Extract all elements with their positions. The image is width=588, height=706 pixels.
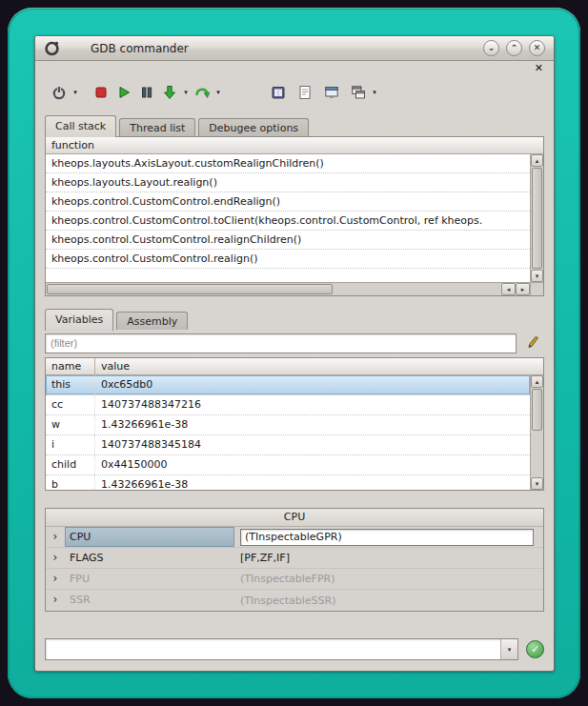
name-column-header[interactable]: name [46, 358, 95, 374]
filter-input[interactable] [45, 333, 517, 353]
variable-row[interactable]: b 1.43266961e-38 [46, 475, 530, 490]
variable-name: this [46, 375, 95, 394]
tab-assembly[interactable]: Assembly [116, 312, 188, 330]
top-tabs: Call stack Thread list Debugee options [35, 114, 554, 136]
call-stack-row[interactable]: kheops.control.CustomControl.toClient(kh… [46, 212, 530, 231]
call-stack-column-header[interactable]: function [46, 137, 543, 154]
variables-vertical-scrollbar[interactable]: ▴ ▾ [530, 375, 543, 490]
variable-row[interactable]: i 140737488345184 [46, 435, 530, 455]
tab-call-stack[interactable]: Call stack [45, 115, 116, 137]
command-input[interactable] [46, 639, 500, 659]
register-group-name: SSR [65, 590, 234, 611]
power-icon [51, 85, 67, 100]
expander-icon[interactable]: › [46, 527, 65, 547]
call-stack-row[interactable]: kheops.control.CustomControl.realign() [46, 250, 530, 269]
close-button[interactable]: ✕ [529, 40, 545, 56]
variable-name: w [46, 415, 95, 434]
variable-value: 140737488345184 [95, 435, 530, 454]
execute-command-button[interactable]: ✓ [526, 640, 544, 658]
step-over-button[interactable] [191, 81, 213, 104]
dock-close-icon[interactable]: ✕ [535, 62, 543, 74]
monitor-icon [324, 85, 339, 100]
monitor-button[interactable] [320, 81, 343, 104]
expander-icon[interactable]: › [46, 590, 65, 611]
expander-icon[interactable]: › [46, 548, 65, 568]
book-button[interactable] [267, 81, 290, 104]
register-group-name: FLAGS [65, 548, 234, 568]
tab-variables[interactable]: Variables [45, 309, 113, 331]
call-stack-row[interactable]: kheops.layouts.AxisLayout.customRealignC… [46, 154, 530, 173]
call-stack-row[interactable]: kheops.control.CustomControl.realignChil… [46, 231, 530, 250]
power-button[interactable] [48, 81, 71, 104]
variable-value: 140737488347216 [95, 395, 530, 414]
variables-panel: name value this 0xc65db0 cc 140737488347… [45, 357, 544, 491]
scroll-up-icon[interactable]: ▴ [531, 154, 543, 167]
scroll-right-icon[interactable]: ▸ [516, 283, 530, 295]
call-stack-horizontal-scrollbar[interactable]: ◂ ▸ [46, 282, 530, 295]
variable-value: 1.43266961e-38 [95, 475, 530, 490]
pause-icon [139, 85, 154, 100]
variable-value: 0xc65db0 [95, 375, 530, 394]
stop-button[interactable] [90, 81, 112, 104]
variable-name: i [46, 435, 95, 454]
pause-button[interactable] [135, 81, 158, 104]
call-stack-row[interactable]: kheops.control.CustomControl.endRealign(… [46, 192, 530, 212]
step-into-dropdown-icon[interactable]: ▾ [181, 89, 191, 96]
step-into-button[interactable] [158, 81, 181, 104]
maximize-button[interactable]: ⌃ [506, 40, 522, 56]
windows-button[interactable] [347, 81, 370, 104]
call-stack-list: kheops.layouts.AxisLayout.customRealignC… [46, 154, 530, 282]
call-stack-row[interactable]: kheops.layouts.Layout.realign() [46, 173, 530, 192]
variable-row[interactable]: w 1.43266961e-38 [46, 415, 530, 435]
combobox-dropdown-icon[interactable]: ▾ [500, 639, 517, 659]
scroll-left-icon[interactable]: ◂ [501, 283, 516, 295]
scrollbar-thumb[interactable] [532, 168, 542, 269]
windows-dropdown-icon[interactable]: ▾ [370, 89, 379, 96]
command-bar: ▾ ✓ [45, 638, 544, 660]
variable-row[interactable]: cc 140737488347216 [46, 395, 530, 415]
app-icon [44, 40, 60, 56]
scroll-up-icon[interactable]: ▴ [531, 375, 543, 388]
debug-toolbar: ▾ ▾ [35, 78, 554, 107]
scrollbar-thumb[interactable] [47, 284, 333, 294]
call-stack-panel: function kheops.layouts.AxisLayout.custo… [45, 136, 544, 296]
scroll-down-icon[interactable]: ▾ [531, 270, 543, 282]
expander-icon[interactable]: › [46, 569, 65, 589]
register-value-editor[interactable]: (TInspectableGPR) [240, 529, 534, 546]
variable-name: child [46, 455, 95, 474]
document-button[interactable] [294, 81, 316, 104]
register-group-value: (TInspectableSSR) [234, 590, 543, 611]
step-over-icon [194, 85, 210, 100]
document-icon [297, 85, 313, 100]
cpu-row[interactable]: › FPU (TInspectableFPR) [46, 569, 543, 590]
variable-name: cc [46, 395, 95, 414]
gdb-commander-window: GDB commander ⌄ ⌃ ✕ ✕ ▾ [34, 35, 555, 672]
variable-row[interactable]: child 0x44150000 [46, 455, 530, 475]
variable-row[interactable]: this 0xc65db0 [46, 375, 530, 395]
tab-debugee-options[interactable]: Debugee options [198, 118, 309, 136]
window-controls: ⌄ ⌃ ✕ [483, 40, 545, 56]
variable-name: b [46, 475, 95, 490]
cpu-row[interactable]: › CPU (TInspectableGPR) [46, 527, 543, 548]
minimize-button[interactable]: ⌄ [483, 40, 499, 56]
cpu-row[interactable]: › FLAGS [PF,ZF,IF] [46, 548, 543, 569]
scrollbar-corner [530, 282, 543, 295]
cpu-inspector-panel: CPU › CPU (TInspectableGPR) › FLAGS [PF,… [45, 508, 544, 612]
tab-thread-list[interactable]: Thread list [119, 118, 195, 136]
power-dropdown-icon[interactable]: ▾ [71, 89, 80, 96]
filter-pen-button[interactable] [521, 333, 544, 353]
titlebar[interactable]: GDB commander ⌄ ⌃ ✕ [35, 36, 554, 61]
dock-strip: ✕ [35, 61, 554, 76]
variable-value: 1.43266961e-38 [95, 415, 530, 434]
value-column-header[interactable]: value [95, 358, 543, 374]
variables-header: name value [46, 358, 543, 375]
cpu-row[interactable]: › SSR (TInspectableSSR) [46, 590, 543, 611]
step-over-dropdown-icon[interactable]: ▾ [213, 89, 223, 96]
run-button[interactable] [112, 81, 135, 104]
scroll-down-icon[interactable]: ▾ [531, 477, 543, 490]
register-group-name: FPU [65, 569, 234, 589]
book-icon [271, 85, 286, 100]
scrollbar-thumb[interactable] [532, 389, 542, 431]
command-combobox[interactable]: ▾ [45, 638, 518, 660]
call-stack-vertical-scrollbar[interactable]: ▴ ▾ [530, 154, 543, 282]
